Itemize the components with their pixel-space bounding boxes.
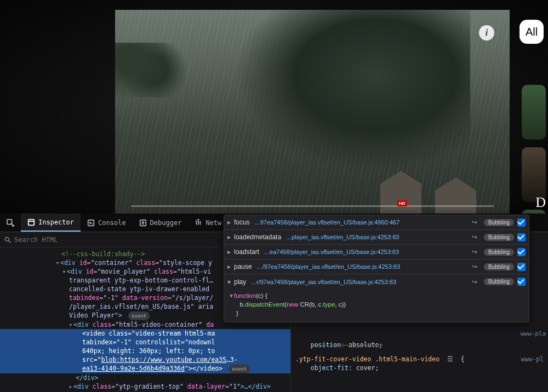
goto-source-icon[interactable]: ↪ xyxy=(472,233,481,241)
event-name: loadedmetadata xyxy=(234,233,281,241)
css-selector: .ytp-fit-cover-video .html5-main-video xyxy=(295,355,439,363)
twisty-icon[interactable]: ▾ xyxy=(55,258,60,267)
css-source-link[interactable]: www-pla xyxy=(521,330,546,338)
video-scene-trees xyxy=(233,10,470,173)
event-listener-row[interactable]: ▸focus…97ea7458/player_ias.vflset/en_US/… xyxy=(224,215,529,230)
css-source-link[interactable]: www-pl xyxy=(521,355,544,364)
event-phase-badge: Bubbling xyxy=(484,234,514,241)
event-source-link[interactable]: …ea7458/player_ias.vflset/en_US/base.js:… xyxy=(264,249,472,255)
event-source-link[interactable]: …r/97ea7458/player_ias.vflset/en_US/base… xyxy=(250,279,472,285)
video-suggestions-rail: D xyxy=(522,85,548,226)
svg-point-4 xyxy=(5,237,9,241)
twisty-icon[interactable]: ▸ xyxy=(227,233,234,241)
event-phase-badge: Bubbling xyxy=(484,219,514,226)
selected-node[interactable]: <video class="video-stream html5-ma xyxy=(0,329,290,338)
css-specificity-icon: ☰ xyxy=(447,355,453,363)
event-listeners-popup: ▸focus…97ea7458/player_ias.vflset/en_US/… xyxy=(224,215,529,322)
twisty-icon[interactable]: ▸ xyxy=(68,382,73,391)
tab-debugger[interactable]: Debugger xyxy=(133,214,189,232)
twisty-icon[interactable]: ▸ xyxy=(227,218,234,226)
page-video-region: i HD All D xyxy=(0,0,548,214)
goto-source-icon[interactable]: ↪ xyxy=(472,248,481,256)
tab-inspector-label: Inspector xyxy=(38,218,74,226)
event-phase-badge: Bubbling xyxy=(484,263,514,270)
twisty-icon[interactable]: ▸ xyxy=(227,248,234,256)
event-enabled-checkbox[interactable] xyxy=(517,248,526,256)
suggestion-letter: D xyxy=(535,194,546,211)
event-enabled-checkbox[interactable] xyxy=(517,263,526,271)
html-close-tag: </div> xyxy=(76,374,99,382)
tab-console[interactable]: Console xyxy=(81,214,133,232)
search-icon xyxy=(4,237,11,243)
event-listener-row[interactable]: ▾play…r/97ea7458/player_ias.vflset/en_US… xyxy=(224,274,529,289)
event-name: focus xyxy=(234,218,250,226)
html-attr-continuation: cancelled-state ytp-iv-drawer-enabled xyxy=(69,285,209,293)
filter-all-chip[interactable]: All xyxy=(520,20,544,44)
html-attr-continuation: /player_ias.vflset/en_US/base.js" aria xyxy=(69,303,213,310)
html-search-bar xyxy=(0,232,219,247)
info-icon[interactable]: i xyxy=(479,25,494,41)
event-listener-row[interactable]: ▸loadedmetadata…player_ias.vflset/en_US/… xyxy=(224,230,529,245)
event-bubble[interactable]: event xyxy=(128,312,150,320)
tab-debugger-label: Debugger xyxy=(150,219,182,227)
event-bubble[interactable]: event xyxy=(229,365,250,373)
event-name: play xyxy=(234,278,246,286)
html-comment: <!--css-build:shady--> xyxy=(61,250,145,258)
event-listener-row[interactable]: ▸pause…/97ea7458/player_ias.vflset/en_US… xyxy=(224,260,529,274)
event-enabled-checkbox[interactable] xyxy=(517,278,526,286)
event-handler-source: ▾function(c) { b.dispatchEvent(new CR(b,… xyxy=(224,289,529,322)
event-source-link[interactable]: …/97ea7458/player_ias.vflset/en_US/base.… xyxy=(256,263,472,270)
event-enabled-checkbox[interactable] xyxy=(517,218,526,227)
twisty-icon[interactable]: ▾ xyxy=(229,291,234,300)
html-search-input[interactable] xyxy=(14,236,215,244)
html-attr-continuation: transparent ytp-exp-bottom-control-fl… xyxy=(69,276,213,284)
event-name: loadstart xyxy=(234,248,259,256)
video-player[interactable]: i xyxy=(115,10,510,214)
event-source-link[interactable]: …97ea7458/player_ias.vflset/en_US/base.j… xyxy=(254,219,472,226)
event-phase-badge: Bubbling xyxy=(484,249,514,256)
element-picker-button[interactable] xyxy=(0,214,21,232)
goto-source-icon[interactable]: ↪ xyxy=(472,263,481,270)
video-progress-bar[interactable] xyxy=(131,205,494,207)
event-enabled-checkbox[interactable] xyxy=(517,233,526,241)
event-phase-badge: Bubbling xyxy=(484,278,514,285)
suggestion-thumb[interactable] xyxy=(522,147,546,202)
tab-console-label: Console xyxy=(98,219,126,227)
goto-source-icon[interactable]: ↪ xyxy=(472,218,481,226)
hd-badge: HD xyxy=(397,200,407,206)
tab-network[interactable]: Netw xyxy=(188,214,228,232)
twisty-icon[interactable]: ▾ xyxy=(227,278,234,286)
twisty-icon[interactable]: ▸ xyxy=(227,263,234,270)
tab-network-label: Netw xyxy=(206,219,221,227)
suggestion-thumb[interactable]: D xyxy=(522,85,546,140)
tab-inspector[interactable]: Inspector xyxy=(21,214,81,232)
event-listener-row[interactable]: ▸loadstart…ea7458/player_ias.vflset/en_U… xyxy=(224,245,529,260)
video-scene-leaves xyxy=(115,43,186,97)
twisty-icon[interactable]: ▾ xyxy=(61,267,67,276)
event-source-link[interactable]: …player_ias.vflset/en_US/base.js:4253:83 xyxy=(286,234,472,240)
svg-rect-1 xyxy=(28,219,35,225)
event-name: pause xyxy=(234,263,252,270)
twisty-icon[interactable]: ▾ xyxy=(68,320,73,329)
goto-source-icon[interactable]: ↪ xyxy=(472,278,481,286)
